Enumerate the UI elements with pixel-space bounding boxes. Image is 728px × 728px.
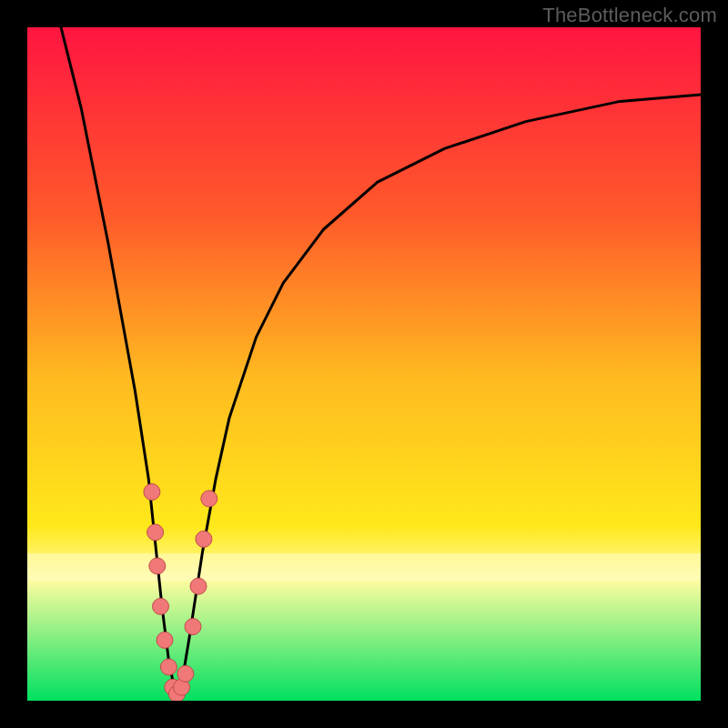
frame-left [0, 0, 27, 728]
gradient-background [27, 27, 701, 701]
watermark-text: TheBottleneck.com [542, 4, 717, 27]
plot-area [27, 27, 701, 701]
pale-band [27, 553, 701, 581]
highlight-dot [177, 665, 194, 682]
highlight-dot [144, 484, 160, 500]
highlight-dot [153, 598, 169, 614]
highlight-dot [147, 524, 164, 541]
highlight-dot [160, 659, 177, 675]
highlight-dot [185, 619, 201, 635]
highlight-dot [157, 632, 173, 648]
highlight-dot [196, 531, 212, 547]
chart-stage: TheBottleneck.com [0, 0, 728, 728]
highlight-dot [201, 490, 217, 507]
frame-bottom [0, 701, 728, 728]
highlight-dot [190, 578, 207, 594]
highlight-dot [149, 558, 166, 574]
frame-right [701, 0, 728, 728]
